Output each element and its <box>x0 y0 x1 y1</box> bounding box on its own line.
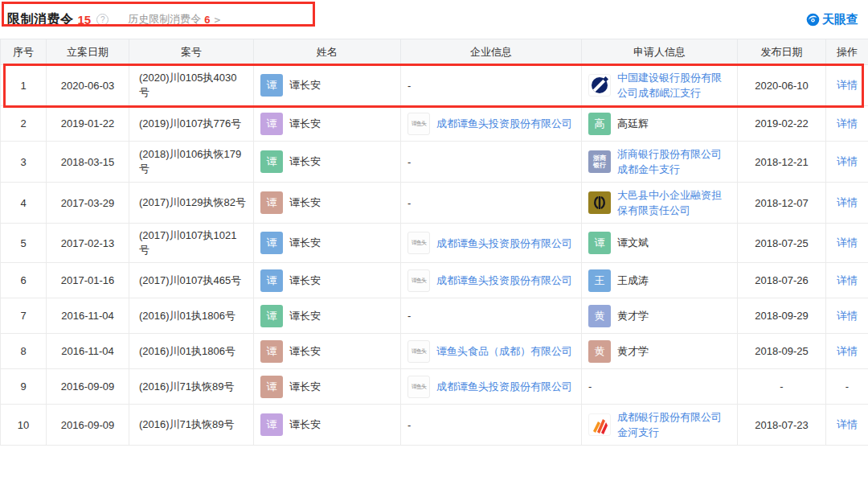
page-title: 限制消费令 <box>7 11 74 28</box>
row-number-cell: 2 <box>1 106 47 142</box>
case-number-cell: (2016)川71执恢89号 <box>129 405 254 446</box>
name-cell: 谭谭长安 <box>254 183 401 224</box>
applicant-name: 高廷辉 <box>617 117 649 131</box>
detail-link[interactable]: 详情 <box>837 196 858 208</box>
person-name: 谭长安 <box>289 117 321 131</box>
company-cell-content: 谭鱼头成都谭鱼头投资股份有限公司 <box>407 113 575 135</box>
name-avatar: 谭 <box>260 305 283 327</box>
company-link[interactable]: 成都谭鱼头投资股份有限公司 <box>436 273 572 288</box>
company-link[interactable]: 成都谭鱼头投资股份有限公司 <box>436 116 572 131</box>
zheshang-bank-label: 浙商 银行 <box>593 154 606 169</box>
filing-date-cell: 2019-01-22 <box>47 106 129 142</box>
person-name: 谭长安 <box>289 154 321 169</box>
company-link[interactable]: 成都谭鱼头投资股份有限公司 <box>436 236 572 251</box>
applicant-info-cell: 谭谭文斌 <box>582 224 738 263</box>
applicant-company-link[interactable]: 成都银行股份有限公司金河支行 <box>617 409 731 440</box>
tianyancha-logo[interactable]: 天眼查 <box>806 12 858 27</box>
case-number-cell: (2017)川0107执465号 <box>129 263 254 298</box>
table-row: 92016-09-09(2016)川71执恢89号谭谭长安谭鱼头成都谭鱼头投资股… <box>1 369 868 405</box>
detail-link[interactable]: 详情 <box>837 155 858 167</box>
name-cell-content: 谭谭长安 <box>260 376 394 398</box>
chevron-right-icon: > <box>214 14 220 26</box>
applicant-name: 王成涛 <box>617 273 649 288</box>
detail-link[interactable]: 详情 <box>837 310 858 322</box>
chengdu-bank-glyph <box>590 415 609 434</box>
publish-date-cell: 2018-07-25 <box>738 224 826 263</box>
filing-date-cell: 2016-11-04 <box>47 298 129 334</box>
applicant-avatar: 谭 <box>588 232 611 254</box>
ccb-bank-logo <box>588 74 611 97</box>
company-link[interactable]: 谭鱼头食品（成都）有限公司 <box>436 343 572 359</box>
company-info-cell: - <box>401 65 582 106</box>
applicant-company-link[interactable]: 浙商银行股份有限公司成都金牛支行 <box>617 146 731 177</box>
row-number-cell: 10 <box>1 405 47 446</box>
company-info-cell: - <box>401 298 582 334</box>
detail-link[interactable]: 详情 <box>837 345 858 357</box>
column-header-action: 操作 <box>826 39 868 65</box>
name-cell-content: 谭谭长安 <box>260 74 394 97</box>
row-number-cell: 6 <box>1 263 47 298</box>
action-cell: 详情 <box>826 224 868 263</box>
name-cell-content: 谭谭长安 <box>260 269 394 292</box>
company-cell-content: 谭鱼头成都谭鱼头投资股份有限公司 <box>407 232 575 254</box>
restriction-count: 15 <box>78 13 92 27</box>
column-header-no: 序号 <box>1 39 47 65</box>
name-cell: 谭谭长安 <box>254 298 401 334</box>
name-avatar: 谭 <box>260 269 283 292</box>
dayi-guarantee-logo <box>588 191 611 214</box>
tianyancha-eye-icon <box>806 13 820 27</box>
detail-link[interactable]: 详情 <box>837 117 858 130</box>
tanyutou-company-logo: 谭鱼头 <box>407 113 430 135</box>
applicant-company-link[interactable]: 中国建设银行股份有限公司成都岷江支行 <box>617 70 731 101</box>
applicant-info-cell: 大邑县中小企业融资担保有限责任公司 <box>582 183 738 224</box>
table-row: 12020-06-03(2020)川0105执4030号谭谭长安-中国建设银行股… <box>1 65 868 106</box>
tanyutou-company-logo: 谭鱼头 <box>407 269 430 292</box>
name-cell: 谭谭长安 <box>254 224 401 263</box>
action-cell: 详情 <box>826 106 868 142</box>
tanyutou-company-logo: 谭鱼头 <box>407 376 430 398</box>
table-body: 12020-06-03(2020)川0105执4030号谭谭长安-中国建设银行股… <box>1 65 868 446</box>
company-cell-content: 谭鱼头成都谭鱼头投资股份有限公司 <box>407 269 575 292</box>
detail-link[interactable]: 详情 <box>837 79 858 91</box>
publish-date-cell: 2018-12-21 <box>738 142 826 183</box>
row-number-cell: 3 <box>1 142 47 183</box>
row-number-cell: 4 <box>1 183 47 224</box>
publish-date-cell: 2018-09-29 <box>738 298 826 334</box>
name-cell: 谭谭长安 <box>254 142 401 183</box>
person-name: 谭长安 <box>289 195 321 210</box>
applicant-cell-content: 王王成涛 <box>588 269 731 292</box>
name-cell: 谭谭长安 <box>254 334 401 369</box>
company-info-cell: - <box>401 183 582 224</box>
history-restriction-link[interactable]: 历史限制消费令 6 > <box>128 12 220 27</box>
company-link[interactable]: 成都谭鱼头投资股份有限公司 <box>436 379 572 394</box>
restriction-order-table: 序号立案日期案号姓名企业信息申请人信息发布日期操作 12020-06-03(20… <box>0 39 868 446</box>
person-name: 谭长安 <box>289 417 321 432</box>
applicant-company-link[interactable]: 大邑县中小企业融资担保有限责任公司 <box>617 187 731 218</box>
filing-date-cell: 2016-09-09 <box>47 369 129 405</box>
case-number-cell: (2016)川01执1806号 <box>129 334 254 369</box>
row-number-cell: 9 <box>1 369 47 405</box>
table-row: 102016-09-09(2016)川71执恢89号谭谭长安-成都银行股份有限公… <box>1 405 868 446</box>
applicant-name: 黄才学 <box>617 309 649 323</box>
table-row: 32018-03-15(2018)川0106执恢179号谭谭长安-浙商 银行浙商… <box>1 142 868 183</box>
detail-link[interactable]: 详情 <box>837 418 858 430</box>
name-cell-content: 谭谭长安 <box>260 191 394 214</box>
publish-date-cell: 2018-09-25 <box>738 334 826 369</box>
case-number-cell: (2019)川0107执776号 <box>129 106 254 142</box>
filing-date-cell: 2018-03-15 <box>47 142 129 183</box>
applicant-cell-content: 黄黄才学 <box>588 305 731 327</box>
applicant-info-cell: 黄黄才学 <box>582 298 738 334</box>
detail-link[interactable]: 详情 <box>837 274 858 286</box>
table-row: 22019-01-22(2019)川0107执776号谭谭长安谭鱼头成都谭鱼头投… <box>1 106 868 142</box>
history-count: 6 <box>204 14 210 26</box>
applicant-cell-content: 成都银行股份有限公司金河支行 <box>588 409 731 440</box>
history-label: 历史限制消费令 <box>128 12 201 27</box>
detail-link[interactable]: 详情 <box>837 236 858 249</box>
name-avatar: 谭 <box>260 74 283 97</box>
action-cell: 详情 <box>826 334 868 369</box>
name-avatar: 谭 <box>260 113 283 135</box>
help-icon[interactable]: ? <box>96 14 108 26</box>
applicant-info-cell: 黄黄才学 <box>582 334 738 369</box>
case-number-cell: (2018)川0106执恢179号 <box>129 142 254 183</box>
name-cell: 谭谭长安 <box>254 405 401 446</box>
